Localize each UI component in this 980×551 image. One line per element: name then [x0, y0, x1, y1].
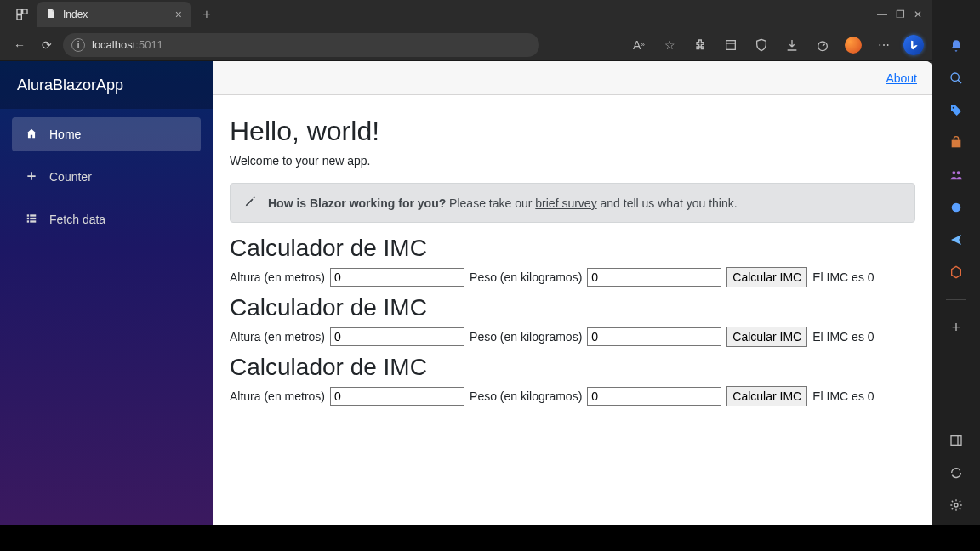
performance-icon[interactable] — [812, 34, 834, 56]
altura-input[interactable] — [330, 268, 464, 287]
alert-text: How is Blazor working for you? Please ta… — [268, 196, 738, 210]
app-sidebar: AluraBlazorApp HomeCounterFetch data — [0, 61, 213, 525]
survey-alert: How is Blazor working for you? Please ta… — [230, 183, 915, 223]
svg-rect-0 — [17, 9, 21, 14]
altura-input[interactable] — [330, 327, 464, 346]
calcular-button[interactable]: Calcular IMC — [726, 267, 807, 287]
calc-title: Calculador de IMC — [230, 294, 915, 321]
nav-label: Counter — [49, 170, 92, 184]
svg-rect-20 — [951, 436, 961, 446]
calc-title: Calculador de IMC — [230, 354, 915, 381]
altura-label: Altura (en metros) — [230, 270, 325, 284]
imc-result: El IMC es 0 — [812, 389, 874, 403]
calcular-button[interactable]: Calcular IMC — [726, 386, 807, 406]
settings-icon[interactable] — [948, 497, 965, 514]
bing-chat-icon[interactable] — [903, 35, 924, 55]
imc-result: El IMC es 0 — [812, 270, 874, 284]
address-bar: ← ⟳ i localhost:5011 A» ☆ ⋯ — [0, 29, 932, 61]
svg-rect-11 — [30, 217, 36, 219]
svg-line-15 — [958, 80, 961, 83]
home-icon — [24, 128, 39, 142]
close-tab-icon[interactable]: × — [175, 8, 182, 21]
site-info-icon[interactable]: i — [71, 38, 85, 52]
imc-calculator: Calculador de IMCAltura (en metros)Peso … — [230, 354, 915, 406]
svg-point-16 — [953, 107, 954, 109]
welcome-text: Welcome to your new app. — [230, 154, 915, 168]
browser-tab-bar: Index × + — ❐ ✕ — [0, 0, 932, 29]
maximize-button[interactable]: ❐ — [896, 9, 905, 20]
new-tab-button[interactable]: + — [196, 7, 218, 22]
office-icon[interactable] — [948, 199, 965, 216]
svg-point-18 — [957, 171, 960, 174]
minimize-button[interactable]: — — [877, 9, 887, 20]
read-aloud-icon[interactable]: A» — [628, 34, 650, 56]
svg-rect-8 — [27, 214, 29, 216]
imc-result: El IMC es 0 — [812, 330, 874, 344]
peso-input[interactable] — [587, 387, 721, 406]
extensions-icon[interactable] — [689, 34, 711, 56]
nav-item-home[interactable]: Home — [12, 117, 201, 151]
peso-label: Peso (en kilogramos) — [470, 389, 582, 403]
more-icon[interactable]: ⋯ — [873, 34, 895, 56]
bell-icon[interactable] — [948, 37, 965, 54]
plus-icon — [24, 170, 39, 185]
favorite-icon[interactable]: ☆ — [658, 34, 681, 56]
refresh-button[interactable]: ⟳ — [36, 34, 58, 56]
back-button[interactable]: ← — [9, 34, 31, 56]
workspace-icon[interactable] — [14, 6, 31, 23]
page-heading: Hello, world! — [230, 116, 915, 147]
add-sidebar-icon[interactable]: + — [948, 319, 965, 336]
svg-rect-9 — [30, 214, 36, 216]
calcular-button[interactable]: Calcular IMC — [726, 327, 807, 347]
altura-label: Altura (en metros) — [230, 389, 325, 403]
svg-point-14 — [951, 73, 959, 81]
survey-link[interactable]: brief survey — [535, 196, 596, 210]
downloads-icon[interactable] — [781, 34, 803, 56]
peso-input[interactable] — [587, 327, 721, 346]
calc-row: Altura (en metros)Peso (en kilogramos)Ca… — [230, 327, 915, 347]
close-window-button[interactable]: ✕ — [914, 9, 922, 20]
nav-label: Fetch data — [49, 213, 105, 226]
nav-label: Home — [49, 128, 81, 141]
svg-rect-12 — [27, 220, 29, 222]
imc-calculator: Calculador de IMCAltura (en metros)Peso … — [230, 235, 915, 287]
hex-icon[interactable] — [948, 264, 965, 281]
nav-item-counter[interactable]: Counter — [12, 160, 201, 194]
shield-icon[interactable] — [750, 34, 772, 56]
people-icon[interactable] — [948, 167, 965, 184]
svg-rect-10 — [27, 217, 29, 219]
altura-label: Altura (en metros) — [230, 330, 325, 344]
sidebar-panel-icon[interactable] — [948, 432, 965, 449]
browser-tab[interactable]: Index × — [37, 2, 191, 27]
url-input[interactable]: i localhost:5011 — [63, 33, 539, 57]
tag-icon[interactable] — [948, 102, 965, 119]
send-icon[interactable] — [948, 231, 965, 248]
window-controls: — ❐ ✕ — [877, 9, 932, 20]
url-port: :5011 — [135, 38, 163, 51]
pencil-icon — [244, 196, 256, 210]
app-top-row: About — [213, 61, 932, 95]
svg-point-19 — [952, 203, 961, 213]
list-icon — [24, 213, 39, 227]
nav-menu: HomeCounterFetch data — [0, 109, 213, 245]
alert-strong: How is Blazor working for you? — [268, 196, 446, 210]
search-icon[interactable] — [948, 70, 965, 87]
imc-calculator: Calculador de IMCAltura (en metros)Peso … — [230, 294, 915, 347]
sidebar-refresh-icon[interactable] — [948, 464, 965, 481]
profile-avatar[interactable] — [842, 34, 864, 56]
calc-row: Altura (en metros)Peso (en kilogramos)Ca… — [230, 386, 915, 406]
collections-icon[interactable] — [720, 34, 742, 56]
peso-label: Peso (en kilogramos) — [470, 330, 582, 344]
about-link[interactable]: About — [886, 71, 917, 85]
shopping-icon[interactable] — [948, 134, 965, 151]
svg-rect-3 — [726, 40, 736, 49]
svg-rect-1 — [23, 9, 27, 14]
nav-item-fetch-data[interactable]: Fetch data — [12, 202, 201, 236]
page-content: Hello, world! Welcome to your new app. H… — [213, 95, 932, 525]
edge-sidebar: + — [932, 0, 980, 525]
svg-point-22 — [954, 503, 958, 507]
altura-input[interactable] — [330, 387, 464, 406]
calc-title: Calculador de IMC — [230, 235, 915, 262]
calc-row: Altura (en metros)Peso (en kilogramos)Ca… — [230, 267, 915, 287]
peso-input[interactable] — [587, 268, 721, 287]
